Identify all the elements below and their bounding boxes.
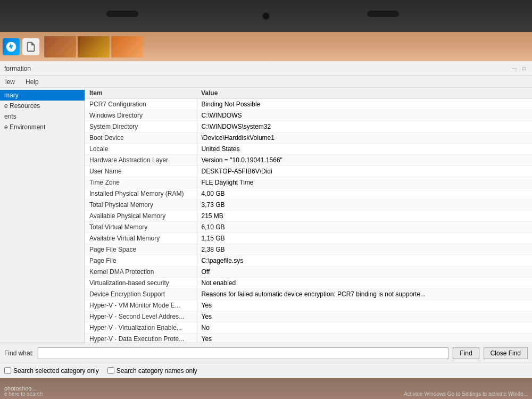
maximize-button[interactable]: □ bbox=[520, 65, 528, 72]
window-body: mary e Resources ents e Environment Item… bbox=[0, 88, 532, 343]
table-cell-value: 1,15 GB bbox=[197, 233, 532, 244]
camera-bump-left bbox=[106, 11, 138, 17]
table-cell-value: 3,73 GB bbox=[197, 200, 532, 211]
table-cell-item: PCR7 Configuration bbox=[85, 99, 197, 110]
find-bar: Find what: Find Close Find bbox=[0, 343, 532, 363]
close-find-button[interactable]: Close Find bbox=[484, 347, 528, 359]
table-cell-item: Available Physical Memory bbox=[85, 211, 197, 222]
sidebar-item-summary[interactable]: mary bbox=[0, 90, 85, 101]
find-bar-row2: Search selected category only Search cat… bbox=[0, 363, 532, 378]
table-row: Boot Device\Device\HarddiskVolume1 bbox=[85, 132, 532, 144]
table-cell-item: Installed Physical Memory (RAM) bbox=[85, 188, 197, 200]
table-row: Page FileC:\pagefile.sys bbox=[85, 255, 532, 267]
find-input[interactable] bbox=[38, 347, 448, 359]
checkbox-area-2: Search category names only bbox=[107, 367, 197, 375]
table-row: Virtualization-based securityNot enabled bbox=[85, 278, 532, 289]
table-cell-item: System Directory bbox=[85, 121, 197, 132]
table-row: Hyper-V - Second Level Addres...Yes bbox=[85, 311, 532, 322]
table-cell-item: Time Zone bbox=[85, 177, 197, 188]
sidebar-item-resources[interactable]: e Resources bbox=[0, 101, 85, 111]
search-bottom-label: e here to search bbox=[4, 391, 43, 397]
table-row: Time ZoneFLE Daylight Time bbox=[85, 177, 532, 188]
table-cell-value: 2,38 GB bbox=[197, 244, 532, 255]
col-header-value: Value bbox=[197, 88, 532, 99]
menu-bar: iew Help bbox=[0, 76, 532, 88]
table-cell-value: C:\pagefile.sys bbox=[197, 255, 532, 267]
find-button[interactable]: Find bbox=[453, 347, 479, 359]
search-selected-label: Search selected category only bbox=[13, 367, 99, 375]
col-header-item: Item bbox=[85, 88, 197, 99]
edge-icon[interactable] bbox=[3, 38, 20, 55]
table-row: User NameDESKTOP-A5FIB6V\Didi bbox=[85, 166, 532, 177]
table-cell-item: Kernel DMA Protection bbox=[85, 267, 197, 278]
file-icon[interactable] bbox=[22, 38, 39, 55]
table-row: Total Virtual Memory6,10 GB bbox=[85, 222, 532, 233]
table-cell-value: \Device\HarddiskVolume1 bbox=[197, 132, 532, 144]
system-info-table: Item Value PCR7 ConfigurationBinding Not… bbox=[85, 88, 532, 343]
table-cell-value: C:\WINDOWS bbox=[197, 110, 532, 121]
sidebar-item-environment[interactable]: e Environment bbox=[0, 122, 85, 132]
table-cell-value: Version = "10.0.19041.1566" bbox=[197, 155, 532, 166]
desktop-taskbar bbox=[0, 32, 532, 61]
window-titlebar: formation — □ bbox=[0, 61, 532, 76]
menu-view[interactable]: iew bbox=[2, 77, 18, 87]
table-cell-item: User Name bbox=[85, 166, 197, 177]
table-cell-value: 4,00 GB bbox=[197, 188, 532, 200]
table-row: Windows DirectoryC:\WINDOWS bbox=[85, 110, 532, 121]
search-bar-bottom: e here to search bbox=[4, 391, 43, 397]
table-row: PCR7 ConfigurationBinding Not Possible bbox=[85, 99, 532, 110]
table-cell-item: Locale bbox=[85, 144, 197, 155]
camera-bump-right bbox=[367, 11, 399, 17]
bottom-taskbar: photoshoo... Activate Windows Go to Sett… bbox=[0, 378, 532, 399]
window-title: formation bbox=[4, 65, 31, 72]
table-row: Hyper-V - Virtualization Enable...No bbox=[85, 322, 532, 334]
table-cell-value: FLE Daylight Time bbox=[197, 177, 532, 188]
table-row: Hyper-V - VM Monitor Mode E...Yes bbox=[85, 300, 532, 311]
find-label: Find what: bbox=[4, 350, 34, 357]
table-cell-value: DESKTOP-A5FIB6V\Didi bbox=[197, 166, 532, 177]
table-row: Device Encryption SupportReasons for fai… bbox=[85, 289, 532, 300]
table-cell-item: Hyper-V - Second Level Addres... bbox=[85, 311, 197, 322]
table-row: Available Physical Memory215 MB bbox=[85, 211, 532, 222]
table-row: Hyper-V - Data Execution Prote...Yes bbox=[85, 334, 532, 343]
table-cell-item: Available Virtual Memory bbox=[85, 233, 197, 244]
sidebar-item-events[interactable]: ents bbox=[0, 111, 85, 122]
checkbox-area-1: Search selected category only bbox=[4, 367, 99, 375]
table-cell-item: Virtualization-based security bbox=[85, 278, 197, 289]
table-cell-item: Page File bbox=[85, 255, 197, 267]
table-cell-value: Yes bbox=[197, 300, 532, 311]
table-cell-item: Total Virtual Memory bbox=[85, 222, 197, 233]
main-window-area: formation — □ iew Help mary e Resources … bbox=[0, 61, 532, 378]
table-cell-value: United States bbox=[197, 144, 532, 155]
goto-settings-label: Go to Settings to activate Windo... bbox=[447, 391, 528, 397]
table-cell-item: Total Physical Memory bbox=[85, 200, 197, 211]
webcam bbox=[262, 12, 270, 20]
table-row: Total Physical Memory3,73 GB bbox=[85, 200, 532, 211]
table-cell-value: Not enabled bbox=[197, 278, 532, 289]
menu-help[interactable]: Help bbox=[22, 77, 42, 87]
table-cell-value: Off bbox=[197, 267, 532, 278]
search-category-label: Search category names only bbox=[117, 367, 197, 375]
table-row: System DirectoryC:\WINDOWS\system32 bbox=[85, 121, 532, 132]
table-row: Available Virtual Memory1,15 GB bbox=[85, 233, 532, 244]
activate-windows-notice: Activate Windows Go to Settings to activ… bbox=[404, 391, 528, 397]
table-cell-value: Yes bbox=[197, 311, 532, 322]
window-controls: — □ bbox=[511, 65, 528, 72]
table-cell-item: Boot Device bbox=[85, 132, 197, 144]
content-area: Item Value PCR7 ConfigurationBinding Not… bbox=[85, 88, 532, 343]
table-cell-value: 6,10 GB bbox=[197, 222, 532, 233]
table-cell-value: No bbox=[197, 322, 532, 334]
table-row: LocaleUnited States bbox=[85, 144, 532, 155]
search-category-checkbox[interactable] bbox=[107, 367, 114, 374]
table-row: Page File Space2,38 GB bbox=[85, 244, 532, 255]
table-cell-item: Hyper-V - Data Execution Prote... bbox=[85, 334, 197, 343]
minimize-button[interactable]: — bbox=[511, 65, 518, 72]
sidebar: mary e Resources ents e Environment bbox=[0, 88, 85, 343]
table-row: Kernel DMA ProtectionOff bbox=[85, 267, 532, 278]
table-row: Installed Physical Memory (RAM)4,00 GB bbox=[85, 188, 532, 200]
search-selected-checkbox[interactable] bbox=[4, 367, 11, 374]
activate-label: Activate Windows bbox=[404, 391, 446, 397]
table-cell-item: Hyper-V - Virtualization Enable... bbox=[85, 322, 197, 334]
table-cell-value: 215 MB bbox=[197, 211, 532, 222]
table-row: Hardware Abstraction LayerVersion = "10.… bbox=[85, 155, 532, 166]
